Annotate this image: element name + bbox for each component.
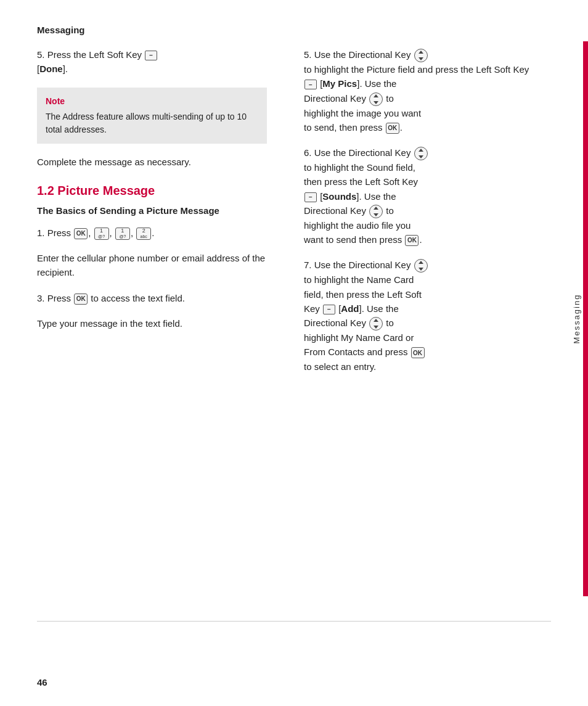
step3-pre: 3. Press <box>37 293 73 303</box>
step7r-2: to highlight the Name Card <box>304 274 414 285</box>
dir-key-icon-6a <box>414 147 428 160</box>
note-title: Note <box>46 95 258 108</box>
page-divider <box>37 621 551 622</box>
dir-key-icon-7b <box>369 317 383 330</box>
step6-text: Complete the message as necessary. <box>37 157 191 167</box>
step7r-5: [Add]. Use the <box>338 303 399 314</box>
step1-text: 1. Press <box>37 228 73 238</box>
section-title: 1.2 Picture Message <box>37 184 267 198</box>
step-5-right: 5. Use the Directional Key to highlight … <box>304 47 534 134</box>
step-5-left: 5. Press the Left Soft Key − [Done]. <box>37 47 267 76</box>
step6r-7: highlight the audio file you <box>304 220 410 231</box>
step3-ok-icon: OK <box>74 293 88 305</box>
step-3: 3. Press OK to access the text field. <box>37 291 267 305</box>
step6r-1: 6. Use the Directional Key <box>304 147 414 158</box>
step7r-1: 7. Use the Directional Key <box>304 260 414 270</box>
ok-key-6-icon: OK <box>405 235 419 246</box>
header-title: Messaging <box>37 25 85 35</box>
step5r-4: Directional Key <box>304 93 369 104</box>
content-wrapper: 5. Press the Left Soft Key − [Done]. Not… <box>0 41 588 621</box>
softkey-6a-icon: − <box>304 192 317 202</box>
sidebar-bar <box>583 41 588 596</box>
step7r-9: From Contacts and press <box>304 347 410 357</box>
dir-key-icon-5b <box>369 92 383 106</box>
sub-title: The Basics of Sending a Picture Message <box>37 204 267 217</box>
step5r-6: highlight the image you want <box>304 108 421 118</box>
step6r-2: to highlight the Sound field, <box>304 162 415 173</box>
note-body: The Address feature allows multi-sending… <box>46 110 258 136</box>
step6r-period: . <box>419 234 422 245</box>
comma1: , <box>88 228 93 238</box>
step3-action: to access the text field. <box>91 293 185 303</box>
step5r-3: [My Pics]. Use the <box>320 78 396 89</box>
step2-text: Enter the cellular phone number or email… <box>37 253 265 277</box>
step-4: Type your message in the text field. <box>37 316 267 330</box>
step5-text: 5. Press the Left Soft Key <box>37 49 144 60</box>
ok-key-5-icon: OK <box>386 123 399 134</box>
step5r-1: 5. Use the Directional Key <box>304 49 414 60</box>
page-header: Messaging <box>0 0 588 41</box>
step5r-7: to send, then press <box>304 122 385 133</box>
dir-key-icon-5a <box>414 49 428 62</box>
right-column: 5. Use the Directional Key to highlight … <box>285 41 565 596</box>
left-column: 5. Press the Left Soft Key − [Done]. Not… <box>0 41 285 596</box>
step7r-3: field, then press the Left Soft <box>304 289 422 300</box>
softkey-left-icon: − <box>145 51 157 60</box>
note-box: Note The Address feature allows multi-se… <box>37 88 267 144</box>
step-7-right: 7. Use the Directional Key to highlight … <box>304 258 534 374</box>
sidebar: Messaging <box>565 41 588 596</box>
step4-text: Type your message in the text field. <box>37 318 182 329</box>
key-2abc-icon: 2abc <box>136 228 151 240</box>
step7r-7: to <box>386 318 394 328</box>
period1: . <box>152 228 154 238</box>
step7r-10: to select an entry. <box>304 361 376 372</box>
softkey-7a-icon: − <box>323 305 335 314</box>
step7r-8: highlight My Name Card or <box>304 332 414 343</box>
page-number: 46 <box>37 677 47 688</box>
dir-key-icon-7a <box>414 259 428 273</box>
step7r-4: Key <box>304 303 322 314</box>
step6r-3: then press the Left Soft Key <box>304 176 418 187</box>
step6r-8: want to send then press <box>304 234 404 245</box>
comma3: , <box>131 228 136 238</box>
step-6-left: Complete the message as necessary. <box>37 155 267 169</box>
sidebar-label: Messaging <box>572 294 581 344</box>
comma2: , <box>110 228 115 238</box>
step5r-period: . <box>400 122 402 133</box>
step7r-6: Directional Key <box>304 318 369 328</box>
step6r-6: to <box>386 205 394 216</box>
key-1b-icon: 1@? <box>115 228 130 240</box>
key-1a-icon: 1@? <box>94 228 109 240</box>
ok-key-icon: OK <box>74 228 88 239</box>
step-6-right: 6. Use the Directional Key to highlight … <box>304 146 534 247</box>
step5r-5: to <box>386 93 394 104</box>
step-2: Enter the cellular phone number or email… <box>37 251 267 280</box>
step5-action: [Done]. <box>37 64 68 74</box>
softkey-5a-icon: − <box>304 80 317 89</box>
ok-key-7-icon: OK <box>411 347 425 358</box>
step6r-4: [Sounds]. Use the <box>320 191 396 202</box>
step6r-5: Directional Key <box>304 205 369 216</box>
step5r-2: to highlight the Picture field and press… <box>304 64 529 75</box>
step-1: 1. Press OK, 1@?, 1@?, 2abc. <box>37 226 267 240</box>
dir-key-icon-6b <box>369 205 383 218</box>
